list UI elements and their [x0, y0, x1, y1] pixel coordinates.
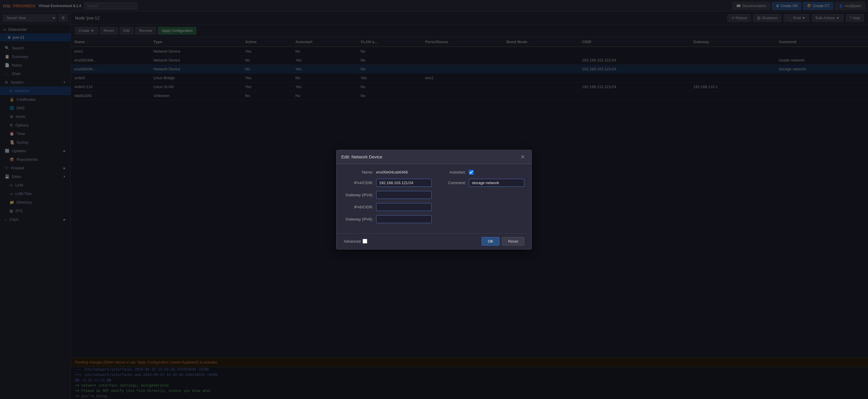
autostart-checkbox[interactable]	[469, 170, 473, 175]
form-col-autostart: Autostart:	[436, 170, 524, 175]
modal-footer: Advanced OK Reset	[337, 233, 531, 249]
ipv6-input[interactable]	[376, 203, 432, 211]
modal-title: Edit: Network Device	[341, 154, 516, 159]
comment-input[interactable]	[469, 179, 524, 187]
ipv4-label: IPv4/CIDR:	[344, 180, 373, 185]
edit-network-device-modal: Edit: Network Device ✕ Name: enx00e04cab…	[336, 150, 532, 250]
gateway-ipv6-label: Gateway (IPv6):	[344, 217, 373, 221]
name-label: Name:	[344, 170, 373, 174]
gateway-ipv4-label: Gateway (IPv4):	[344, 193, 373, 197]
ok-button[interactable]: OK	[482, 237, 500, 246]
form-col-ipv6: IPv6/CIDR:	[344, 203, 432, 211]
form-col-gateway-ipv4: Gateway (IPv4):	[344, 191, 432, 199]
advanced-checkbox[interactable]	[363, 239, 367, 244]
modal-body: Name: enx00e04cab6468 Autostart: IPv4/CI…	[337, 164, 531, 233]
form-row-ipv6: IPv6/CIDR:	[344, 203, 524, 211]
form-col-comment: Comment:	[436, 179, 524, 187]
autostart-label: Autostart:	[436, 170, 466, 174]
gateway-ipv4-input[interactable]	[376, 191, 432, 199]
form-col-ipv4: IPv4/CIDR:	[344, 179, 432, 187]
form-row-ipv4-comment: IPv4/CIDR: Comment:	[344, 179, 524, 187]
form-row-gateway-ipv4: Gateway (IPv4):	[344, 191, 524, 199]
form-col-gateway-ipv6: Gateway (IPv6):	[344, 215, 432, 223]
reset-button[interactable]: Reset	[502, 237, 524, 246]
ipv4-input[interactable]	[376, 179, 432, 187]
comment-label: Comment:	[436, 180, 466, 185]
form-row-name-autostart: Name: enx00e04cab6468 Autostart:	[344, 170, 524, 175]
modal-header: Edit: Network Device ✕	[337, 150, 531, 164]
name-value: enx00e04cab6468	[376, 170, 408, 174]
ipv6-label: IPv6/CIDR:	[344, 205, 373, 209]
gateway-ipv6-input[interactable]	[376, 215, 432, 223]
form-col-name: Name: enx00e04cab6468	[344, 170, 432, 174]
form-row-gateway-ipv6: Gateway (IPv6):	[344, 215, 524, 223]
modal-close-button[interactable]: ✕	[519, 154, 527, 160]
advanced-label: Advanced	[344, 239, 361, 244]
advanced-section: Advanced	[344, 239, 367, 244]
modal-overlay[interactable]: Edit: Network Device ✕ Name: enx00e04cab…	[0, 0, 868, 399]
